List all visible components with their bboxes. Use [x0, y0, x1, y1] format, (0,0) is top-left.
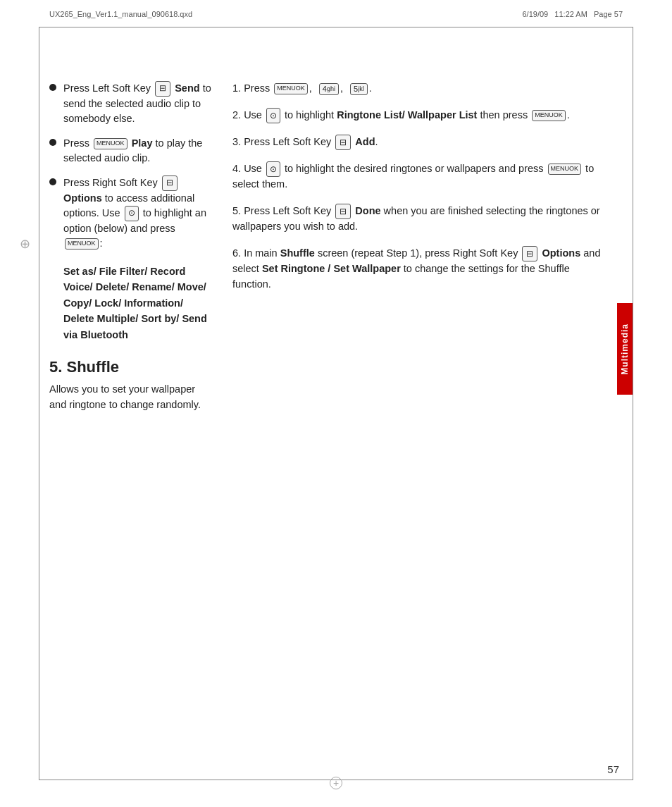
menu-ok-icon-2: MENUOK [94, 138, 127, 149]
reg-mark-bottom [330, 777, 342, 789]
step-3: 3. Press Left Soft Key ⊟ Add. [232, 135, 609, 150]
step-num-5: 5. [232, 205, 244, 216]
step-num-2: 2. [232, 109, 244, 121]
step-num-1: 1. [232, 82, 244, 94]
bullet-list: Press Left Soft Key ⊟ Send to send the s… [49, 81, 211, 251]
step-num-3: 3. [232, 136, 244, 147]
left-soft-key-s3: ⊟ [335, 135, 351, 150]
bullet-text-1: Press Left Soft Key ⊟ Send to send the s… [63, 81, 211, 126]
left-column: Press Left Soft Key ⊟ Send to send the s… [49, 39, 211, 768]
page-border-right [633, 27, 633, 780]
step-num-4: 4. [232, 163, 244, 174]
menu-ok-icon-s4: MENUOK [548, 164, 582, 175]
options-block: Set as/ File Filter/ Record Voice/ Delet… [63, 264, 211, 343]
step-1: 1. Press MENUOK, 4 ghi, 5 jkl. [232, 81, 609, 97]
menu-ok-icon-s1: MENUOK [274, 83, 308, 94]
page-number: 57 [607, 763, 619, 775]
menu-ok-icon-3: MENUOK [65, 238, 99, 250]
num4-icon: 4 ghi [319, 83, 339, 95]
side-tab-multimedia: Multimedia [617, 303, 633, 395]
bullet-dot-2 [49, 139, 56, 146]
bullet-item-3: Press Right Soft Key ⊟ Options to access… [49, 175, 211, 251]
header-filename: UX265_Eng_Ver1.1_manual_090618.qxd [49, 10, 192, 18]
step-num-6: 6. [232, 247, 244, 259]
reg-mark-left: ⊕ [20, 236, 30, 252]
main-content: Press Left Soft Key ⊟ Send to send the s… [49, 39, 609, 768]
step-4: 4. Use ⊙ to highlight the desired ringto… [232, 161, 609, 192]
bullet-item-1: Press Left Soft Key ⊟ Send to send the s… [49, 81, 211, 126]
nav-icon-s2: ⊙ [266, 108, 280, 123]
right-column: 1. Press MENUOK, 4 ghi, 5 jkl. 2. Use ⊙ … [232, 39, 609, 768]
bullet-dot-1 [49, 84, 56, 91]
right-soft-key-icon-3: ⊟ [162, 175, 178, 190]
left-soft-key-icon-1: ⊟ [155, 81, 170, 96]
page-border-top [39, 27, 633, 27]
right-soft-key-s6: ⊟ [522, 246, 537, 261]
page-border-left [39, 27, 39, 780]
header-info: 6/19/09 11:22 AM Page 57 [522, 10, 623, 18]
step-2: 2. Use ⊙ to highlight Ringtone List/ Wal… [232, 108, 609, 123]
bullet-item-2: Press MENUOK Play to play the selected a… [49, 136, 211, 166]
numbered-list: 1. Press MENUOK, 4 ghi, 5 jkl. 2. Use ⊙ … [232, 81, 609, 292]
bullet-text-2: Press MENUOK Play to play the selected a… [63, 136, 211, 166]
nav-icon-3: ⊙ [125, 206, 139, 221]
nav-icon-s4: ⊙ [266, 161, 280, 177]
section5-body: Allows you to set your wallpaper and rin… [49, 382, 211, 413]
header-bar: UX265_Eng_Ver1.1_manual_090618.qxd 6/19/… [49, 10, 623, 18]
step-6: 6. In main Shuffle screen (repeat Step 1… [232, 246, 609, 292]
side-tab-label: Multimedia [620, 324, 630, 375]
bullet-dot-3 [49, 178, 56, 185]
section5-heading: 5. Shuffle [49, 358, 211, 376]
num5-icon: 5 jkl [350, 83, 368, 95]
bullet-text-3: Press Right Soft Key ⊟ Options to access… [63, 175, 211, 251]
step-5: 5. Press Left Soft Key ⊟ Done when you a… [232, 204, 609, 235]
menu-ok-icon-s2: MENUOK [532, 110, 566, 121]
left-soft-key-s5: ⊟ [335, 204, 351, 219]
